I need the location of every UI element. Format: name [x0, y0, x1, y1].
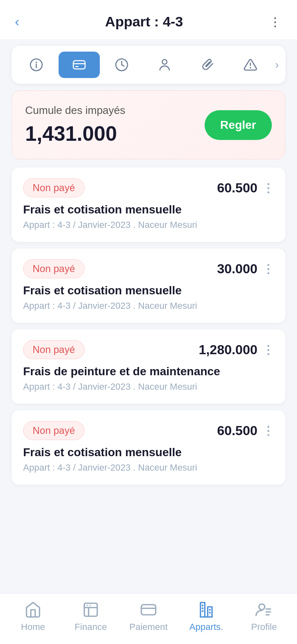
payment-card: Non payé 60.500 ⋮ Frais et cotisation me… — [12, 410, 285, 485]
payment-amount: 60.500 — [217, 423, 257, 438]
payment-subtitle: Appart : 4-3 / Janvier-2023 . Naceur Mes… — [23, 462, 274, 473]
payment-subtitle: Appart : 4-3 / Janvier-2023 . Naceur Mes… — [23, 301, 274, 311]
payment-more-button[interactable]: ⋮ — [262, 343, 274, 357]
nav-paiement[interactable]: Paiement — [120, 601, 177, 632]
nav-finance-label: Finance — [75, 622, 107, 632]
amount-row: 60.500 ⋮ — [217, 423, 274, 438]
nav-apparts[interactable]: Apparts. — [177, 601, 235, 632]
svg-point-7 — [163, 59, 167, 64]
tab-icon-paperclip[interactable] — [187, 52, 228, 78]
tab-icon-card[interactable] — [59, 52, 100, 78]
nav-finance[interactable]: Finance — [62, 601, 120, 632]
cumule-card: Cumule des impayés 1,431.000 Regler — [12, 90, 285, 159]
tab-icon-info[interactable] — [16, 52, 57, 78]
tab-icon-person[interactable] — [144, 52, 185, 78]
cumule-amount: 1,431.000 — [25, 122, 125, 146]
regler-button[interactable]: Regler — [205, 110, 272, 140]
payment-title: Frais et cotisation mensuelle — [23, 446, 274, 459]
more-button[interactable]: ⋮ — [266, 13, 285, 31]
cumule-info: Cumule des impayés 1,431.000 — [25, 104, 125, 146]
payment-more-button[interactable]: ⋮ — [262, 424, 274, 438]
payment-amount: 60.500 — [217, 180, 257, 196]
payment-list: Non payé 60.500 ⋮ Frais et cotisation me… — [12, 168, 285, 551]
bottom-nav: Home Finance Paiement Apparts. — [0, 593, 297, 644]
amount-row: 30.000 ⋮ — [217, 261, 274, 277]
payment-card: Non payé 30.000 ⋮ Frais et cotisation me… — [12, 249, 285, 323]
svg-point-23 — [259, 604, 265, 610]
tab-icon-bar: › — [12, 46, 285, 84]
nav-home-label: Home — [21, 622, 45, 632]
payment-more-button[interactable]: ⋮ — [262, 181, 274, 195]
payment-subtitle: Appart : 4-3 / Janvier-2023 . Naceur Mes… — [23, 381, 274, 392]
payment-amount: 30.000 — [217, 261, 257, 277]
header: ‹ Appart : 4-3 ⋮ — [0, 0, 297, 39]
nav-profile-label: Profile — [251, 622, 277, 632]
tab-icon-clock[interactable] — [101, 52, 143, 78]
nav-paiement-label: Paiement — [130, 622, 168, 632]
amount-row: 1,280.000 ⋮ — [199, 342, 274, 358]
status-badge: Non payé — [23, 178, 85, 197]
svg-rect-10 — [84, 603, 97, 616]
amount-row: 60.500 ⋮ — [217, 180, 274, 196]
tab-icon-warning[interactable] — [230, 52, 271, 78]
nav-profile[interactable]: Profile — [235, 601, 293, 632]
payment-subtitle: Appart : 4-3 / Janvier-2023 . Naceur Mes… — [23, 220, 274, 230]
svg-rect-13 — [141, 605, 156, 615]
payment-title: Frais et cotisation mensuelle — [23, 203, 274, 216]
nav-home[interactable]: Home — [4, 601, 62, 632]
payment-title: Frais et cotisation mensuelle — [23, 284, 274, 297]
cumule-label: Cumule des impayés — [25, 104, 125, 117]
page-title: Appart : 4-3 — [27, 14, 262, 30]
status-badge: Non payé — [23, 259, 85, 278]
payment-title: Frais de peinture et de maintenance — [23, 365, 274, 378]
status-badge: Non payé — [23, 340, 85, 359]
payment-card-top: Non payé 60.500 ⋮ — [23, 178, 274, 197]
payment-amount: 1,280.000 — [199, 342, 257, 358]
back-button[interactable]: ‹ — [12, 12, 23, 31]
nav-apparts-label: Apparts. — [189, 622, 223, 632]
payment-card: Non payé 60.500 ⋮ Frais et cotisation me… — [12, 168, 285, 242]
payment-card-top: Non payé 60.500 ⋮ — [23, 421, 274, 440]
payment-more-button[interactable]: ⋮ — [262, 262, 274, 276]
payment-card-top: Non payé 30.000 ⋮ — [23, 259, 274, 278]
svg-rect-3 — [73, 61, 85, 69]
status-badge: Non payé — [23, 421, 85, 440]
tab-chevron-icon[interactable]: › — [273, 58, 281, 71]
payment-card-top: Non payé 1,280.000 ⋮ — [23, 340, 274, 359]
payment-card: Non payé 1,280.000 ⋮ Frais de peinture e… — [12, 329, 285, 404]
